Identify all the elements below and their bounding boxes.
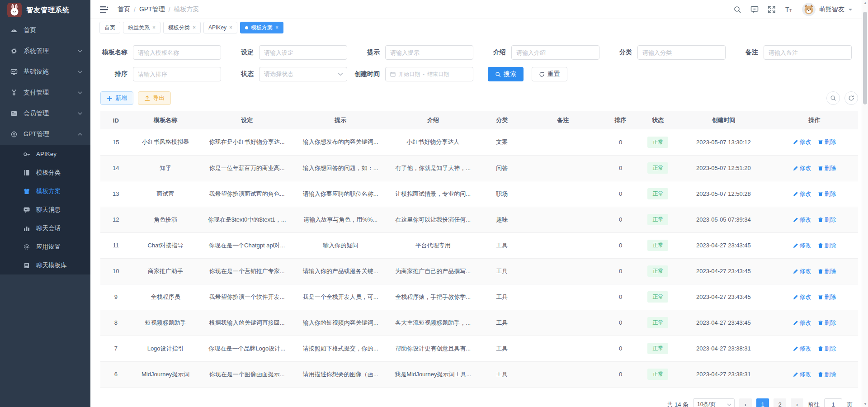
intro-input[interactable] bbox=[511, 45, 599, 60]
sidebar-item-apikey[interactable]: APIKey bbox=[0, 145, 90, 163]
sidebar-item-template-category[interactable]: 模板分类 bbox=[0, 163, 90, 182]
edit-button[interactable]: 修改 bbox=[793, 138, 811, 146]
user-menu[interactable]: 萌熊智友 bbox=[802, 3, 853, 16]
tab-template-plan[interactable]: 模板方案× bbox=[240, 22, 283, 33]
tab-apikey[interactable]: APIKey× bbox=[203, 22, 237, 33]
goto-page-input[interactable] bbox=[824, 398, 842, 407]
delete-button[interactable]: 删除 bbox=[818, 370, 836, 379]
cell-category: 工具 bbox=[479, 336, 525, 361]
fullscreen-icon[interactable] bbox=[768, 5, 776, 14]
template-name-input[interactable] bbox=[133, 45, 221, 60]
delete-button[interactable]: 删除 bbox=[818, 241, 836, 250]
search-button[interactable]: 搜索 bbox=[488, 67, 524, 81]
delete-button[interactable]: 删除 bbox=[818, 319, 836, 327]
cell-created: 2023-04-27 23:43:45 bbox=[676, 310, 771, 336]
sort-input[interactable] bbox=[133, 67, 221, 81]
sidebar-item-member[interactable]: 会员管理 bbox=[0, 103, 90, 124]
cell-id: 7 bbox=[100, 336, 132, 361]
cell-remark bbox=[525, 284, 601, 310]
date-range-picker[interactable]: 开始日期 - 结束日期 bbox=[385, 67, 473, 81]
field-setting: 设定 bbox=[226, 45, 353, 60]
setting-input[interactable] bbox=[259, 45, 347, 60]
status-select[interactable]: 请选择状态 bbox=[259, 67, 347, 81]
font-size-icon[interactable]: TT bbox=[785, 5, 793, 14]
cell-sort: 0 bbox=[601, 181, 640, 207]
next-page-button[interactable]: › bbox=[791, 398, 803, 407]
sidebar-item-app-settings[interactable]: 应用设置 bbox=[0, 237, 90, 256]
close-icon[interactable]: × bbox=[229, 25, 232, 30]
delete-button[interactable]: 删除 bbox=[818, 293, 836, 301]
delete-button[interactable]: 删除 bbox=[818, 138, 836, 146]
delete-button[interactable]: 删除 bbox=[818, 267, 836, 275]
cell-id: 15 bbox=[100, 129, 132, 155]
cell-name: MidJourney提示词 bbox=[132, 361, 200, 387]
remark-input[interactable] bbox=[764, 45, 852, 60]
edit-button[interactable]: 修改 bbox=[793, 216, 811, 224]
prompt-input[interactable] bbox=[385, 45, 473, 60]
cell-setting: 我希望你扮演面试官的角色... bbox=[200, 181, 295, 207]
category-input[interactable] bbox=[637, 45, 726, 60]
cell-remark bbox=[525, 207, 601, 232]
close-icon[interactable]: × bbox=[193, 25, 196, 30]
column-search-icon[interactable] bbox=[826, 91, 840, 105]
delete-button[interactable]: 删除 bbox=[818, 164, 836, 172]
close-icon[interactable]: × bbox=[152, 25, 156, 30]
table-row: 15小红书风格模拟器你现在是小红书好物分享达...输入你想发布的内容关键词...… bbox=[100, 129, 858, 155]
close-icon[interactable]: × bbox=[275, 25, 278, 30]
field-template-name: 模板名称 bbox=[100, 45, 226, 60]
sidebar-item-home[interactable]: 首页 bbox=[0, 20, 90, 41]
delete-button[interactable]: 删除 bbox=[818, 345, 836, 353]
date-separator: - bbox=[423, 71, 425, 77]
tshirt-icon bbox=[23, 188, 31, 195]
plus-icon bbox=[107, 95, 113, 101]
cell-created: 2023-05-05 07:39:34 bbox=[676, 207, 771, 232]
delete-button[interactable]: 删除 bbox=[818, 190, 836, 198]
search-icon[interactable] bbox=[733, 5, 741, 14]
breadcrumb-gpt[interactable]: GPT管理 bbox=[139, 5, 165, 14]
scroll-up-icon[interactable]: ▲ bbox=[862, 1, 868, 5]
edit-button[interactable]: 修改 bbox=[793, 190, 811, 198]
sidebar-item-infrastructure[interactable]: 基础设施 bbox=[0, 62, 90, 82]
page-button[interactable]: 1 bbox=[756, 398, 769, 407]
delete-button[interactable]: 删除 bbox=[818, 216, 836, 224]
edit-button[interactable]: 修改 bbox=[793, 267, 811, 275]
sidebar-item-payment[interactable]: 支付管理 bbox=[0, 82, 90, 103]
sidebar-item-chat-session[interactable]: 聊天会话 bbox=[0, 219, 90, 237]
edit-button[interactable]: 修改 bbox=[793, 370, 811, 379]
tab-template-category[interactable]: 模板分类× bbox=[163, 22, 201, 33]
scrollbar-thumb[interactable] bbox=[863, 12, 867, 104]
cell-prompt: 输入你的短视频内容关键词... bbox=[294, 310, 387, 336]
vertical-scrollbar[interactable]: ▲ ▼ bbox=[862, 0, 868, 407]
edit-button[interactable]: 修改 bbox=[793, 293, 811, 301]
reset-button-label: 重置 bbox=[547, 70, 560, 78]
sidebar-item-template-plan[interactable]: 模板方案 bbox=[0, 182, 90, 200]
prev-page-button[interactable]: ‹ bbox=[739, 398, 752, 407]
reset-button[interactable]: 重置 bbox=[532, 67, 567, 81]
sidebar-item-gpt[interactable]: GPT管理 bbox=[0, 124, 90, 145]
page-button[interactable]: 2 bbox=[774, 398, 786, 407]
page-size-select[interactable]: 10条/页 bbox=[693, 398, 735, 407]
collapse-menu-icon[interactable] bbox=[99, 5, 108, 14]
edit-button[interactable]: 修改 bbox=[793, 319, 811, 327]
add-button-label: 新增 bbox=[115, 94, 127, 102]
tab-home[interactable]: 首页 bbox=[99, 22, 120, 33]
add-button[interactable]: 新增 bbox=[100, 91, 133, 105]
edit-button[interactable]: 修改 bbox=[793, 164, 811, 172]
sidebar-item-chat-template-lib[interactable]: 聊天模板库 bbox=[0, 256, 90, 274]
cell-setting: 你现在是一个品牌Logo设计... bbox=[200, 336, 295, 361]
refresh-table-icon[interactable] bbox=[844, 91, 858, 105]
edit-button[interactable]: 修改 bbox=[793, 345, 811, 353]
scroll-down-icon[interactable]: ▼ bbox=[862, 402, 868, 406]
edit-button[interactable]: 修改 bbox=[793, 241, 811, 250]
breadcrumb-home[interactable]: 首页 bbox=[118, 5, 130, 14]
field-label: 介绍 bbox=[479, 48, 511, 57]
message-icon[interactable] bbox=[750, 5, 759, 14]
export-button[interactable]: 导出 bbox=[138, 91, 171, 105]
sidebar-item-chat-message[interactable]: 聊天消息 bbox=[0, 200, 90, 219]
tab-fans[interactable]: 粉丝关系× bbox=[123, 22, 160, 33]
cell-sort: 0 bbox=[601, 129, 640, 155]
header-setting: 设定 bbox=[200, 111, 295, 129]
upload-icon bbox=[144, 95, 150, 101]
sidebar-item-system[interactable]: 系统管理 bbox=[0, 41, 90, 62]
cell-id: 13 bbox=[100, 181, 132, 207]
